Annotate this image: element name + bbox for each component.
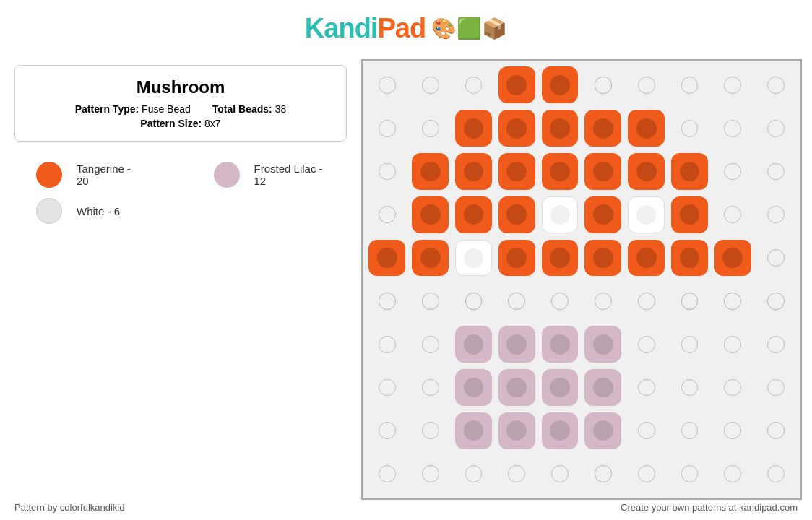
empty-dot [724, 163, 741, 181]
swatch-white [36, 198, 62, 224]
swatch-row-white: White - 6 [29, 198, 332, 224]
bead-lilac [542, 369, 579, 406]
cell [625, 323, 668, 366]
swatch-label-white: White - 6 [77, 205, 120, 217]
cell [754, 452, 798, 495]
swatch-tangerine [36, 162, 62, 188]
bead-orange [368, 240, 405, 277]
cell [668, 150, 712, 194]
cell [711, 193, 754, 236]
empty-dot [681, 336, 699, 353]
empty-dot [422, 120, 439, 137]
empty-dot [551, 292, 569, 310]
cell [538, 366, 582, 410]
cell [754, 409, 798, 452]
cell [495, 193, 538, 236]
cell [582, 193, 625, 236]
empty-dot [724, 422, 741, 439]
cell [668, 193, 712, 236]
swatch-label-lilac: Frosted Lilac - 12 [254, 162, 326, 187]
bead-orange [628, 153, 665, 190]
empty-dot [508, 465, 525, 482]
bead-orange [714, 240, 751, 277]
bead-lilac [498, 326, 535, 363]
cell [409, 64, 452, 107]
cell [582, 280, 625, 323]
cell [711, 280, 754, 323]
bead-orange [671, 153, 708, 190]
cell [625, 107, 668, 150]
footer-left: Pattern by colorfulkandikid [14, 502, 124, 513]
cell [409, 366, 452, 410]
info-row-1: Pattern Type: Fuse Bead Total Beads: 38 [33, 103, 329, 115]
cell [495, 280, 538, 323]
cell [366, 236, 409, 280]
cell [582, 107, 625, 150]
cell [668, 64, 712, 107]
bead-orange [584, 153, 621, 190]
cell [754, 366, 798, 410]
bead-orange [671, 196, 708, 233]
empty-dot [724, 77, 741, 94]
info-row-2: Pattern Size: 8x7 [33, 118, 329, 129]
cell [538, 452, 582, 495]
cell [625, 409, 668, 452]
cell [625, 150, 668, 194]
empty-dot [638, 292, 655, 310]
bead-orange [498, 153, 535, 190]
cell [582, 452, 625, 495]
empty-dot [422, 422, 439, 439]
bead-orange [542, 66, 579, 103]
empty-dot [551, 465, 569, 482]
cell [754, 323, 798, 366]
bead-orange [455, 110, 492, 147]
cell [668, 323, 712, 366]
footer: Pattern by colorfulkandikid Create your … [0, 502, 812, 513]
cell [366, 323, 409, 366]
info-card: Mushroom Pattern Type: Fuse Bead Total B… [14, 65, 347, 142]
empty-dot [379, 336, 396, 353]
empty-dot [379, 163, 396, 181]
cell [409, 409, 452, 452]
cell [409, 193, 452, 236]
header: KandiPad 🎨🟩📦 [0, 0, 812, 51]
cell [366, 366, 409, 410]
swatch-lilac [214, 162, 240, 188]
cell [538, 409, 582, 452]
cell [582, 150, 625, 194]
logo-pad: Pad [377, 13, 426, 43]
cell [366, 64, 409, 107]
bead-lilac [498, 369, 535, 406]
empty-dot [681, 292, 699, 310]
cell [538, 280, 582, 323]
empty-dot [379, 206, 396, 223]
cell [366, 150, 409, 194]
cell [366, 193, 409, 236]
cell [538, 193, 582, 236]
cell [754, 280, 798, 323]
empty-dot [724, 379, 741, 396]
cell [668, 452, 712, 495]
cell [668, 280, 712, 323]
cell [495, 236, 538, 280]
cell [452, 452, 496, 495]
cell [625, 280, 668, 323]
cell [495, 150, 538, 194]
cell [625, 236, 668, 280]
empty-dot [379, 465, 396, 482]
empty-dot [681, 120, 699, 137]
cell [582, 323, 625, 366]
bead-orange [542, 110, 579, 147]
cell [711, 64, 754, 107]
empty-dot [638, 422, 655, 439]
cell [538, 64, 582, 107]
empty-dot [379, 77, 396, 94]
empty-dot [379, 292, 396, 310]
cell [668, 366, 712, 410]
empty-dot [638, 336, 655, 353]
empty-dot [767, 163, 785, 181]
bead-orange [412, 196, 449, 233]
cell [538, 107, 582, 150]
cell [711, 236, 754, 280]
empty-dot [767, 206, 785, 223]
